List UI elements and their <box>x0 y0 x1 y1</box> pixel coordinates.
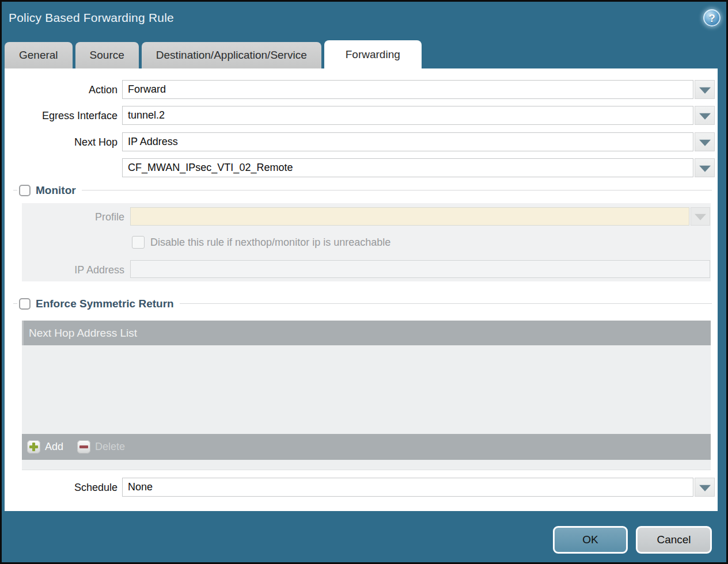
action-label: Action <box>5 84 117 96</box>
minus-icon <box>77 440 90 454</box>
plus-icon <box>27 440 40 454</box>
action-dropdown-button[interactable] <box>695 80 715 99</box>
tab-bar: General Source Destination/Application/S… <box>5 40 422 68</box>
caret-down-icon <box>699 139 711 146</box>
profile-dropdown <box>130 207 689 226</box>
action-row: Action Forward <box>5 80 718 99</box>
add-button-label: Add <box>45 441 63 453</box>
next-hop-address-row: CF_MWAN_IPsec_VTI_02_Remote <box>5 158 718 177</box>
profile-label: Profile <box>22 211 124 223</box>
enforce-symmetric-return-checkbox[interactable] <box>19 298 31 310</box>
next-hop-row: Next Hop IP Address <box>5 132 718 151</box>
action-dropdown[interactable]: Forward <box>122 80 693 99</box>
dialog-title: Policy Based Forwarding Rule <box>9 11 174 25</box>
schedule-row: Schedule None <box>5 478 718 497</box>
tab-forwarding[interactable]: Forwarding <box>324 40 422 68</box>
egress-interface-dropdown-button[interactable] <box>695 106 715 125</box>
add-button[interactable]: Add <box>27 440 63 454</box>
monitor-section-title: Monitor <box>36 184 76 197</box>
monitor-ip-address-input <box>130 260 710 278</box>
symmetric-return-section-title: Enforce Symmetric Return <box>36 298 174 310</box>
next-hop-label: Next Hop <box>5 136 117 148</box>
tab-source[interactable]: Source <box>75 42 139 68</box>
profile-dropdown-button <box>691 207 710 226</box>
question-mark-glyph: ? <box>703 10 721 27</box>
caret-down-icon <box>695 214 706 220</box>
forwarding-tab-panel: Action Forward Egress Interface tunnel.2… <box>5 68 718 511</box>
monitor-section-divider <box>13 190 712 190</box>
monitor-panel: Profile Disable this rule if nexthop/mon… <box>22 203 711 281</box>
next-hop-address-list-header: Next Hop Address List <box>22 321 711 345</box>
next-hop-type-dropdown[interactable]: IP Address <box>122 132 693 151</box>
next-hop-address-dropdown-button[interactable] <box>695 158 715 177</box>
monitor-ip-address-label: IP Address <box>22 264 124 276</box>
next-hop-address-list-table: Next Hop Address List Add Delete <box>22 321 711 470</box>
disable-rule-checkbox <box>132 236 145 249</box>
caret-down-icon <box>699 113 711 119</box>
ok-button[interactable]: OK <box>553 526 628 554</box>
schedule-label: Schedule <box>5 482 117 494</box>
schedule-dropdown[interactable]: None <box>122 478 693 497</box>
disable-rule-label: Disable this rule if nexthop/monitor ip … <box>150 237 390 249</box>
help-icon[interactable]: ? <box>703 9 721 26</box>
next-hop-address-list-toolbar: Add Delete <box>22 434 711 460</box>
monitor-section-legend: Monitor <box>17 184 82 197</box>
caret-down-icon <box>699 485 711 491</box>
symmetric-return-section-legend: Enforce Symmetric Return <box>17 298 180 310</box>
delete-button-label: Delete <box>95 441 125 453</box>
policy-based-forwarding-dialog: Policy Based Forwarding Rule ? General S… <box>0 0 728 564</box>
delete-button: Delete <box>77 440 125 454</box>
egress-interface-row: Egress Interface tunnel.2 <box>5 106 718 125</box>
next-hop-address-list-body[interactable] <box>22 345 711 434</box>
egress-interface-dropdown[interactable]: tunnel.2 <box>122 106 693 125</box>
next-hop-address-dropdown[interactable]: CF_MWAN_IPsec_VTI_02_Remote <box>122 158 693 177</box>
egress-interface-label: Egress Interface <box>5 110 117 122</box>
caret-down-icon <box>699 165 711 172</box>
tab-destination-application-service[interactable]: Destination/Application/Service <box>142 42 321 68</box>
disable-rule-row: Disable this rule if nexthop/monitor ip … <box>132 236 390 249</box>
next-hop-type-dropdown-button[interactable] <box>695 132 715 151</box>
caret-down-icon <box>699 87 711 93</box>
monitor-checkbox[interactable] <box>19 185 31 196</box>
cancel-button[interactable]: Cancel <box>636 526 712 554</box>
schedule-dropdown-button[interactable] <box>695 478 715 497</box>
tab-general[interactable]: General <box>5 42 73 68</box>
table-scroll-strip <box>22 460 711 470</box>
